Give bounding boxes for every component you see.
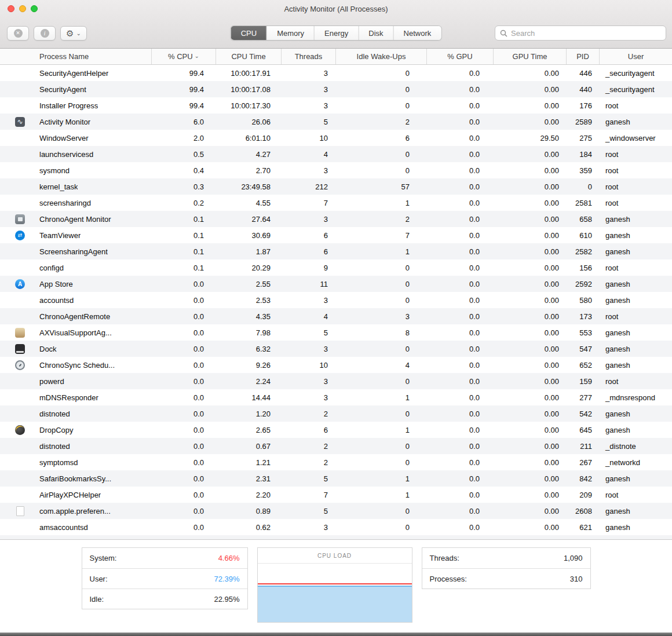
cell-pid xyxy=(567,535,600,539)
cell-cpu: 99.4 xyxy=(152,65,216,81)
cell-user: _windowserver xyxy=(600,130,672,146)
tab-energy[interactable]: Energy xyxy=(315,26,359,40)
table-row[interactable]: SafariBookmarksSy...0.02.31510.00.00842g… xyxy=(0,470,672,487)
table-row[interactable]: WindowServer2.06:01.101060.029.50275_win… xyxy=(0,130,672,146)
table-row[interactable]: distnoted0.01.20200.00.00542ganesh xyxy=(0,405,672,422)
table-row[interactable]: SecurityAgentHelper99.410:00:17.91300.00… xyxy=(0,65,672,81)
table-row[interactable]: ScreensharingAgent0.11.87610.00.002582ga… xyxy=(0,243,672,259)
tab-memory[interactable]: Memory xyxy=(267,26,315,40)
search-field[interactable] xyxy=(495,25,666,41)
cell-cpu: 99.4 xyxy=(152,81,216,97)
table-row[interactable]: SecurityAgent99.410:00:17.08300.00.00440… xyxy=(0,81,672,97)
titlebar[interactable]: Activity Monitor (All Processes) xyxy=(0,0,672,17)
cell-pid: 176 xyxy=(567,97,600,114)
column-header-gpu-time[interactable]: GPU Time xyxy=(494,49,567,64)
cell-threads: 6 xyxy=(282,243,336,259)
table-row[interactable]: ChronoAgent Monitor0.127.64320.00.00658g… xyxy=(0,211,672,227)
table-row[interactable]: ChronoSync Schedu...0.09.261040.00.00652… xyxy=(0,357,672,373)
table-row[interactable]: distnoted0.00.67200.00.00211_distnote xyxy=(0,438,672,454)
cell-threads: 3 xyxy=(282,97,336,114)
tab-network[interactable]: Network xyxy=(394,26,441,40)
column-header-idle-wakeups[interactable]: Idle Wake-Ups xyxy=(336,49,427,64)
cell-cpu_time: 2.55 xyxy=(216,276,282,292)
cell-gpu: 0.0 xyxy=(427,130,494,146)
options-button[interactable]: ⚙ ⌄ xyxy=(60,26,87,41)
tab-disk[interactable]: Disk xyxy=(359,26,393,40)
cell-gpu xyxy=(427,535,494,539)
cell-pid: 2581 xyxy=(567,195,600,211)
process-table-body[interactable]: SecurityAgentHelper99.410:00:17.91300.00… xyxy=(0,65,672,539)
inspect-process-button[interactable]: i xyxy=(34,26,56,41)
column-header-user[interactable]: User xyxy=(600,49,672,64)
column-label: Process Name xyxy=(39,52,89,61)
cell-cpu: 0.0 xyxy=(152,341,216,357)
ax-visual-icon xyxy=(15,328,25,338)
table-row[interactable]: screensharingd0.24.55710.00.002581root xyxy=(0,195,672,211)
zoom-window-button[interactable] xyxy=(31,5,38,12)
cell-idle_wakeups xyxy=(336,535,427,539)
table-row[interactable]: mDNSResponder0.014.44310.00.00277_mdnsre… xyxy=(0,389,672,405)
table-row[interactable]: TeamViewer0.130.69670.00.00610ganesh xyxy=(0,227,672,243)
table-row[interactable]: AXVisualSupportAg...0.07.98580.00.00553g… xyxy=(0,324,672,341)
table-row[interactable]: DropCopy0.02.65610.00.00645ganesh xyxy=(0,422,672,438)
column-label: Idle Wake-Ups xyxy=(357,52,406,61)
cell-cpu: 0.0 xyxy=(152,519,216,535)
toolbar: ✕ i ⚙ ⌄ CPU Memory Energy Disk Network xyxy=(0,17,672,49)
cell-cpu_time: 0.89 xyxy=(216,503,282,519)
table-row[interactable]: configd0.120.29900.00.00156root xyxy=(0,259,672,276)
cell-idle_wakeups: 7 xyxy=(336,227,427,243)
process-name: kernel_task xyxy=(39,182,78,191)
cell-user: ganesh xyxy=(600,324,672,341)
table-row[interactable]: launchservicesd0.54.27400.00.00184root xyxy=(0,146,672,162)
minimize-window-button[interactable] xyxy=(19,5,26,12)
table-row[interactable]: AirPlayXPCHelper0.02.20710.00.00209root xyxy=(0,487,672,503)
column-header-cpu-time[interactable]: CPU Time xyxy=(216,49,282,64)
cell-gpu: 0.0 xyxy=(427,259,494,276)
process-name-cell: symptomsd xyxy=(0,454,152,470)
cell-cpu: 0.0 xyxy=(152,292,216,308)
column-header-cpu[interactable]: % CPU ⌄ xyxy=(152,49,216,64)
column-header-threads[interactable]: Threads xyxy=(282,49,336,64)
tab-cpu[interactable]: CPU xyxy=(231,26,267,40)
cell-idle_wakeups: 2 xyxy=(336,114,427,130)
window-bottom-edge xyxy=(0,633,672,636)
column-header-pid[interactable]: PID xyxy=(567,49,600,64)
user-stat-row: User: 72.39% xyxy=(82,568,247,589)
quit-process-button[interactable]: ✕ xyxy=(7,26,29,41)
table-row[interactable]: Dock0.06.32300.00.00547ganesh xyxy=(0,341,672,357)
cell-gpu_time: 0.00 xyxy=(494,405,567,422)
table-row[interactable]: powerd0.02.24300.00.00159root xyxy=(0,373,672,389)
table-row[interactable]: accountsd0.02.53300.00.00580ganesh xyxy=(0,292,672,308)
table-row[interactable]: com.apple.preferen...0.00.89500.00.00260… xyxy=(0,503,672,519)
system-stat-row: System: 4.66% xyxy=(82,548,247,568)
column-header-process-name[interactable]: Process Name xyxy=(0,49,152,64)
cell-pid: 0 xyxy=(567,178,600,195)
system-label: System: xyxy=(90,554,117,562)
table-row[interactable]: App Store0.02.551100.00.002592ganesh xyxy=(0,276,672,292)
table-row[interactable]: Activity Monitor6.026.06520.00.002589gan… xyxy=(0,114,672,130)
cell-cpu: 6.0 xyxy=(152,114,216,130)
process-name: symptomsd xyxy=(39,458,78,467)
cell-gpu_time: 0.00 xyxy=(494,454,567,470)
table-row[interactable]: symptomsd0.01.21200.00.00267_networkd xyxy=(0,454,672,470)
column-header-gpu[interactable]: % GPU xyxy=(427,49,494,64)
search-input[interactable] xyxy=(511,29,661,38)
cell-pid: 2608 xyxy=(567,503,600,519)
cell-gpu: 0.0 xyxy=(427,422,494,438)
cell-gpu: 0.0 xyxy=(427,341,494,357)
table-row[interactable] xyxy=(0,535,672,539)
table-row[interactable]: ChronoAgentRemote0.04.35430.00.00173root xyxy=(0,308,672,324)
process-name-cell: accountsd xyxy=(0,292,152,308)
table-row[interactable]: kernel_task0.323:49.58212570.00.000root xyxy=(0,178,672,195)
table-row[interactable]: amsaccountsd0.00.62300.00.00621ganesh xyxy=(0,519,672,535)
close-window-button[interactable] xyxy=(8,5,14,12)
system-value: 4.66% xyxy=(218,554,240,562)
process-name-cell: configd xyxy=(0,259,152,276)
cell-pid: 645 xyxy=(567,422,600,438)
cell-cpu_time xyxy=(216,535,282,539)
cell-pid: 209 xyxy=(567,487,600,503)
table-row[interactable]: Installer Progress99.410:00:17.30300.00.… xyxy=(0,97,672,114)
table-row[interactable]: sysmond0.42.70300.00.00359root xyxy=(0,162,672,178)
process-name: amsaccountsd xyxy=(39,523,88,532)
cell-cpu: 0.1 xyxy=(152,259,216,276)
